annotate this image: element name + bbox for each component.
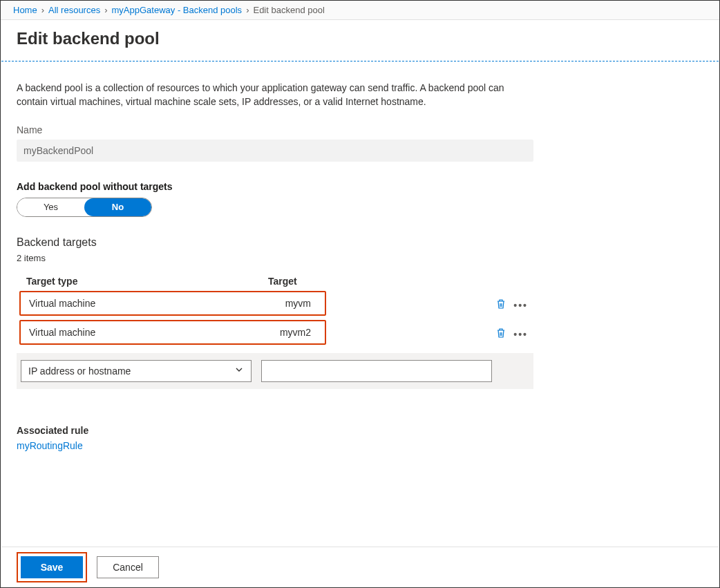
associated-rule-section: Associated rule myRoutingRule [17,425,703,451]
trash-icon[interactable] [495,298,506,312]
chevron-down-icon [234,365,244,377]
backend-targets-title: Backend targets [17,236,703,249]
save-button[interactable]: Save [21,556,83,578]
without-targets-toggle[interactable]: Yes No [17,198,152,217]
dropdown-value: IP address or hostname [28,366,131,377]
targets-table: Target type Target Virtual machine myvm … [17,272,533,389]
breadcrumb-gateway-pools[interactable]: myAppGateway - Backend pools [112,5,243,15]
breadcrumb: Home › All resources › myAppGateway - Ba… [1,1,719,20]
toggle-no[interactable]: No [84,198,151,216]
row-target: myvm2 [243,327,316,338]
row-type: Virtual machine [29,298,243,309]
chevron-right-icon: › [104,5,107,15]
header-target: Target [268,276,489,287]
without-targets-label: Add backend pool without targets [17,181,703,192]
more-icon[interactable]: ••• [513,329,528,340]
page-title: Edit backend pool [1,21,719,61]
target-input[interactable] [261,360,492,382]
row-type: Virtual machine [29,327,243,338]
chevron-right-icon: › [41,5,44,15]
associated-rule-label: Associated rule [17,425,703,436]
associated-rule-link[interactable]: myRoutingRule [17,440,83,451]
separator [1,61,719,61]
breadcrumb-current: Edit backend pool [253,5,324,15]
breadcrumb-home[interactable]: Home [13,5,37,15]
name-label: Name [17,124,703,135]
page-description: A backend pool is a collection of resour… [17,81,514,109]
name-input [17,140,533,162]
cancel-button[interactable]: Cancel [97,556,159,578]
footer: Save Cancel [1,547,719,587]
table-row: Virtual machine myvm [19,291,326,316]
items-count: 2 items [17,253,703,263]
targets-header: Target type Target [17,272,533,291]
row-target: myvm [243,298,316,309]
toggle-yes[interactable]: Yes [17,198,84,216]
more-icon[interactable]: ••• [513,300,528,311]
target-type-dropdown[interactable]: IP address or hostname [21,360,252,382]
trash-icon[interactable] [495,328,506,341]
header-target-type: Target type [26,276,268,287]
breadcrumb-all-resources[interactable]: All resources [48,5,100,15]
table-row: Virtual machine myvm2 [19,320,326,345]
new-target-row: IP address or hostname [17,353,533,389]
chevron-right-icon: › [246,5,249,15]
